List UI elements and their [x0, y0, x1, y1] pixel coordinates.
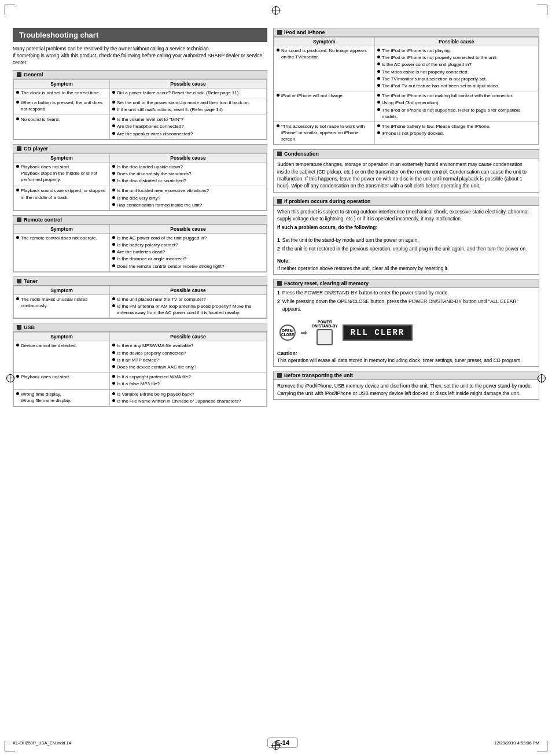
symptom-text: Playback sounds are skipped, or stopped … [21, 187, 107, 200]
ipod-icon [277, 30, 282, 35]
transport-icon [277, 373, 282, 378]
general-col1: Symptom [14, 79, 110, 88]
cause-text: Does the disc satisfy the standards? [117, 171, 264, 177]
table-row: When a button is pressed, the unit does … [14, 98, 267, 115]
cause-bullet [112, 382, 115, 385]
section-condensation: Condensation Sudden temperature changes,… [273, 149, 539, 192]
section-tuner-title: Tuner [24, 278, 38, 284]
right-center-cross [537, 374, 546, 383]
cause-bullet [112, 264, 115, 267]
table-row: Device cannot be detected.Is there any M… [14, 341, 267, 373]
section-if-problem: If problem occurs during operation When … [273, 197, 539, 275]
section-before-transport: Before transporting the unit Remove the … [273, 371, 539, 400]
bullet-dot [16, 91, 19, 94]
symptom-text: iPod or iPhone will not charge. [281, 93, 372, 99]
table-row: No sound is heard.Is the volume level se… [14, 115, 267, 139]
section-ipod-header: iPod and iPhone [274, 28, 539, 37]
standby-button-wrap: POWERON/STAND-BY [312, 320, 338, 345]
transport-body: Remove the iPod/iPhone, USB memory devic… [274, 380, 539, 399]
cause-bullet [377, 49, 380, 51]
symptom-text: No sound is produced. No image appears o… [281, 47, 372, 60]
section-general-header: General [13, 71, 267, 79]
section-remote-title: Remote control [24, 217, 62, 223]
section-cd-header: CD player [13, 145, 267, 153]
cause-bullet [112, 250, 115, 253]
section-usb-title: USB [24, 324, 35, 330]
factory-step-2: 2 While pressing down the OPEN/CLOSE but… [277, 298, 535, 312]
intro-text: Many potential problems can be resolved … [13, 46, 267, 67]
cause-bullet [112, 189, 115, 191]
if-problem-step-2: 2 If the unit is not restored in the pre… [277, 245, 535, 252]
if-problem-step-1: 1 Set the unit to the stand-by mode and … [277, 237, 535, 244]
left-center-cross [6, 374, 15, 383]
cause-bullet [112, 392, 115, 395]
if-problem-note: Note: If neither operation above restore… [274, 256, 539, 274]
footer-right: 12/29/2010 4:53:06 PM [494, 740, 539, 746]
cause-bullet [112, 399, 115, 402]
cause-text: Is the disc very dirty? [117, 195, 264, 201]
cause-text: Set the unit to the power stand-by mode … [117, 99, 264, 106]
cause-bullet [112, 365, 115, 368]
condensation-body: Sudden temperature changes, storage or o… [274, 158, 539, 191]
table-row: Wrong time display. Wrong file name disp… [14, 389, 267, 406]
section-condensation-title: Condensation [284, 151, 319, 157]
power-label: POWERON/STAND-BY [312, 320, 338, 328]
cause-text: Is the AC power cord of the unit plugged… [117, 235, 264, 241]
cd-table: Symptom Possible cause Playback does not… [13, 153, 267, 211]
section-factory-reset: Factory reset, clearing all memory 1 Pre… [273, 279, 539, 367]
cause-bullet [112, 243, 115, 246]
bullet-dot [277, 94, 279, 97]
cause-text: Is the File Name written in Chinese or J… [117, 398, 264, 404]
cause-bullet [377, 77, 380, 80]
bullet-dot [16, 101, 19, 104]
cause-bullet [377, 101, 380, 104]
symptom-text: Playback does not start. Playback stops … [21, 164, 107, 183]
cause-bullet [112, 297, 115, 300]
cause-text: Using iPod (3rd generation). [382, 99, 536, 106]
remote-col1: Symptom [14, 224, 110, 233]
remote-col2: Possible cause [110, 224, 267, 233]
cause-cell: Is the volume level set to "MIN"?Are the… [110, 115, 267, 139]
cause-text: Is it a false MP3 file? [117, 381, 264, 387]
tuner-icon [17, 279, 21, 283]
cause-text: The TV/monitor's input selection is not … [382, 76, 536, 82]
symptom-cell: When a button is pressed, the unit does … [14, 98, 110, 115]
table-row: Playback does not start. Playback stops … [14, 162, 267, 186]
cause-cell: The iPhone battery is low. Please charge… [374, 121, 538, 145]
cause-text: The iPhone battery is low. Please charge… [382, 123, 536, 130]
section-tuner: Tuner Symptom Possible cause The radio m… [13, 276, 267, 319]
section-factory-title: Factory reset, clearing all memory [284, 281, 369, 286]
power-button-icon: OPEN/CLOSE [279, 324, 296, 341]
bullet-dot [16, 165, 19, 168]
cause-text: Is the distance or angle incorrect? [117, 256, 264, 262]
cause-text: Are the batteries dead? [117, 249, 264, 255]
usb-icon [17, 325, 21, 330]
factory-icon [277, 281, 282, 286]
cause-bullet [112, 101, 115, 104]
cause-text: Are the speaker wires disconnected? [117, 131, 264, 137]
if-problem-icon [277, 199, 282, 204]
symptom-text: Playback does not start. [21, 374, 107, 380]
cause-bullet [377, 108, 380, 111]
bullet-dot [16, 344, 19, 346]
symptom-text: When a button is pressed, the unit does … [21, 99, 107, 112]
ipod-col1: Symptom [274, 38, 375, 46]
cause-bullet [112, 91, 115, 94]
left-column: Troubleshooting chart Many potential pro… [13, 28, 267, 411]
general-icon [17, 72, 21, 77]
cause-bullet [377, 56, 380, 58]
cause-text: If the unit still malfunctions, reset it… [117, 106, 264, 113]
section-factory-header: Factory reset, clearing all memory [274, 279, 539, 288]
usb-table: Symptom Possible cause Device cannot be … [13, 332, 267, 407]
table-row: iPod or iPhone will not charge.The iPod … [274, 91, 539, 122]
symptom-text: Wrong time display. Wrong file name disp… [21, 391, 107, 404]
factory-caution: Caution: This operation will erase all d… [274, 349, 539, 367]
bullet-dot [16, 189, 19, 191]
cause-text: Is there any MP3/WMA file available? [117, 342, 264, 349]
cause-cell: Is Variable Bitrate being played back?Is… [110, 389, 267, 406]
cause-bullet [112, 358, 115, 361]
cause-cell: Set the unit to the power stand-by mode … [110, 98, 267, 115]
cause-bullet [112, 351, 115, 354]
cause-text: Is the unit located near excessive vibra… [117, 187, 264, 194]
cause-cell: The iPod or iPhone is not playing.The iP… [374, 46, 538, 91]
